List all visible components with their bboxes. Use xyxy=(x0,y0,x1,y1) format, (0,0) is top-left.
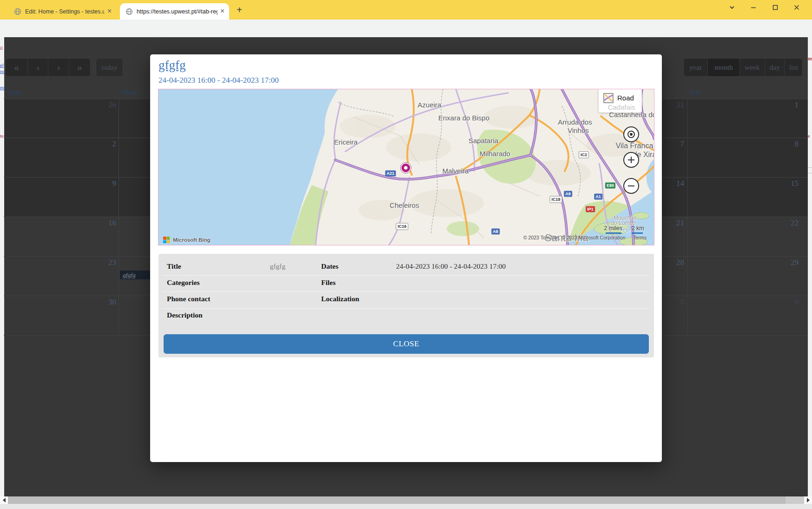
date-cell-number[interactable]: 22 xyxy=(771,218,799,228)
row-divider xyxy=(162,275,650,276)
day-header-sun: Sun xyxy=(7,87,21,97)
date-cell-number[interactable]: 9 xyxy=(88,179,116,188)
edge-fragment: mi xyxy=(0,85,4,90)
map-place-label: Ericeira xyxy=(334,138,358,146)
detail-label: Files xyxy=(321,278,336,287)
road-shield: IC2 xyxy=(579,152,589,159)
road-shield: IC18 xyxy=(549,196,562,203)
road-shield: A21 xyxy=(385,171,396,177)
detail-value: 24-04-2023 16:00 - 24-04-2023 17:00 xyxy=(335,262,506,271)
edge-fragment: el xyxy=(0,62,4,68)
map-place-label: Azueira xyxy=(418,101,442,109)
map-style-thumbnail-icon xyxy=(603,93,614,103)
bing-map[interactable]: Azueira Enxara do Bispo Ericeira Sapatar… xyxy=(158,89,654,245)
tab-title: Edit: Home - Settings - testes.upw xyxy=(25,8,105,15)
edge-fragment: no xyxy=(0,68,4,74)
event-title-link[interactable]: gfgfg xyxy=(158,58,185,73)
zoom-out-button[interactable] xyxy=(623,178,639,194)
detail-label: Phone contact xyxy=(167,295,210,303)
tab-registo[interactable]: https://testes.upwest.pt/#tab-reg × xyxy=(120,3,229,20)
event-dates: 24-04-2023 16:00 - 24-04-2023 17:00 xyxy=(158,76,279,85)
date-cell-number[interactable]: 8 xyxy=(771,139,799,149)
view-week-button[interactable]: week xyxy=(740,59,765,76)
bing-logo: Microsoft Bing xyxy=(163,237,211,243)
row-divider xyxy=(162,291,650,292)
edge-fragment: il xyxy=(0,45,3,51)
maximize-button[interactable] xyxy=(770,2,781,13)
globe-favicon xyxy=(125,8,133,15)
new-tab-button[interactable]: + xyxy=(234,4,245,15)
tab-close-icon[interactable]: × xyxy=(218,7,229,16)
scrollbar-thumb[interactable] xyxy=(8,496,786,504)
date-cell-number[interactable]: 29 xyxy=(771,258,799,267)
today-button[interactable]: today xyxy=(96,58,123,77)
tab-search-icon[interactable] xyxy=(726,2,738,13)
date-cell-number[interactable]: 23 xyxy=(88,258,116,267)
tab-strip: Edit: Home - Settings - testes.upw × htt… xyxy=(0,0,812,20)
scale-km-label: 2 km xyxy=(631,225,644,231)
left-arrow-icon xyxy=(3,498,6,502)
close-button-label: CLOSE xyxy=(393,339,419,349)
date-cell-number[interactable]: 1 xyxy=(771,100,799,110)
detail-label: Description xyxy=(167,311,203,319)
date-cell-number[interactable]: 16 xyxy=(88,218,116,228)
locate-me-button[interactable] xyxy=(623,126,639,142)
date-cell-number[interactable]: 26 xyxy=(88,100,116,110)
view-list-button[interactable]: list xyxy=(785,59,802,76)
right-page-edge: os e xyxy=(808,37,812,496)
close-button[interactable]: CLOSE xyxy=(164,334,649,354)
tab-title: https://testes.upwest.pt/#tab-reg xyxy=(137,8,218,15)
view-month-button[interactable]: month xyxy=(708,59,739,76)
tab-close-icon[interactable]: × xyxy=(105,7,116,16)
window-bottom-edge xyxy=(0,504,812,509)
date-cell-number[interactable]: 30 xyxy=(88,297,116,307)
prev-button[interactable]: ‹ xyxy=(28,59,48,76)
road-shield: A8 xyxy=(491,229,500,235)
date-cell-number[interactable]: 15 xyxy=(771,179,799,188)
edge-fragment: e xyxy=(808,133,810,139)
scroll-left-button[interactable] xyxy=(0,496,8,504)
view-day-button[interactable]: day xyxy=(765,59,785,76)
map-canvas xyxy=(158,89,654,245)
microsoft-logo-icon xyxy=(163,237,170,243)
road-shield: IP1 xyxy=(586,206,595,212)
map-place-label: Sapataria xyxy=(469,137,498,145)
prev-year-button[interactable]: « xyxy=(6,59,28,76)
edge-fragment: os xyxy=(808,55,812,62)
row-divider xyxy=(162,308,650,309)
road-shield: A1 xyxy=(594,194,602,200)
map-place-label: Vila Franca xyxy=(616,142,654,150)
scale-km-bar xyxy=(632,232,643,234)
detail-label: Localization xyxy=(321,295,359,303)
left-page-edge: il el no mi te xyxy=(0,37,4,496)
map-style-label: Road xyxy=(617,94,634,102)
date-cell-number[interactable]: 6 xyxy=(771,297,799,307)
map-attribution: © 2023 TomTom, © 2023 Microsoft Corporat… xyxy=(484,235,647,240)
date-cell-number[interactable]: 2 xyxy=(88,139,116,149)
day-header-sat: Sat xyxy=(689,87,700,97)
minimize-button[interactable] xyxy=(748,2,759,13)
detail-value: gfgfg xyxy=(205,262,285,271)
map-place-label: Enxara do Bispo xyxy=(438,114,489,122)
map-place-label: Malveira xyxy=(442,167,469,175)
event-label: gfgfg xyxy=(120,271,136,279)
globe-favicon xyxy=(14,8,21,15)
view-year-button[interactable]: year xyxy=(684,59,708,76)
calendar-view-group: year month week day list xyxy=(683,58,803,77)
next-button[interactable]: › xyxy=(48,59,69,76)
calendar-event-gfgfg[interactable]: gfgfg xyxy=(120,271,151,279)
event-details-panel: Title gfgfg Dates 24-04-2023 16:00 - 24-… xyxy=(158,254,654,357)
zoom-in-button[interactable] xyxy=(623,152,639,168)
next-year-button[interactable]: » xyxy=(69,59,90,76)
close-window-button[interactable] xyxy=(791,2,802,13)
browser-toolbar: testes.upwest.pt/#tab-registo xyxy=(0,20,812,37)
map-place-label: Vinhos xyxy=(568,126,589,134)
tab-settings[interactable]: Edit: Home - Settings - testes.upw × xyxy=(8,3,116,20)
scroll-right-button[interactable] xyxy=(804,496,812,504)
map-place-label: Milharado xyxy=(480,150,510,158)
copyright-text: © 2023 TomTom, © 2023 Microsoft Corporat… xyxy=(523,235,626,240)
terms-link[interactable]: Terms xyxy=(633,235,647,240)
horizontal-scrollbar[interactable] xyxy=(0,496,812,504)
detail-label: Categories xyxy=(167,278,200,287)
map-place-label: Cheleiros xyxy=(389,201,419,209)
